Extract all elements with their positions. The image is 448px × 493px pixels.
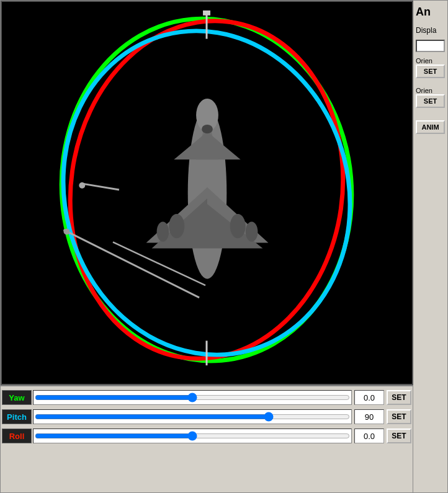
yaw-set-button[interactable]: SET — [387, 390, 411, 405]
yaw-slider[interactable] — [35, 393, 350, 402]
pitch-label: Pitch — [2, 409, 32, 424]
orient1-label: Orien — [416, 57, 445, 64]
yaw-value: 0.0 — [354, 390, 384, 405]
anim-button[interactable]: ANIM — [416, 120, 445, 134]
pitch-set-button[interactable]: SET — [387, 409, 411, 424]
svg-line-17 — [82, 184, 119, 190]
orient2-row: Orien SET — [416, 87, 445, 110]
roll-value: 0.0 — [354, 429, 384, 443]
panel-title: An — [416, 6, 445, 19]
roll-slider-container — [33, 429, 352, 443]
display-input[interactable] — [416, 40, 445, 52]
orient2-set-button[interactable]: SET — [416, 94, 445, 108]
svg-point-21 — [64, 229, 70, 235]
roll-slider[interactable] — [35, 431, 350, 441]
roll-label: Roll — [2, 429, 32, 443]
right-panel: An Displa Orien SET Orien SET ANIM — [413, 1, 447, 492]
orient2-label: Orien — [416, 87, 445, 94]
svg-line-20 — [64, 230, 200, 298]
yaw-slider-container — [33, 390, 352, 405]
controls-panel: Yaw 0.0 SET Pitch 90 SET Roll — [1, 385, 413, 492]
pitch-value: 90 — [354, 409, 384, 424]
yaw-row: Yaw 0.0 SET — [2, 389, 411, 406]
pitch-row: Pitch 90 SET — [2, 408, 411, 425]
svg-point-18 — [79, 182, 85, 189]
roll-row: Roll 0.0 SET — [2, 427, 411, 445]
orient1-set-button[interactable]: SET — [416, 64, 445, 78]
svg-rect-15 — [203, 11, 210, 16]
yaw-label: Yaw — [2, 390, 32, 405]
svg-line-19 — [113, 242, 205, 285]
3d-viewport[interactable] — [1, 1, 413, 385]
axes-svg — [2, 2, 412, 384]
pitch-slider[interactable] — [35, 412, 350, 422]
pitch-slider-container — [33, 409, 352, 424]
roll-set-button[interactable]: SET — [387, 429, 411, 443]
display-label: Displa — [416, 26, 445, 35]
orient1-row: Orien SET — [416, 57, 445, 81]
